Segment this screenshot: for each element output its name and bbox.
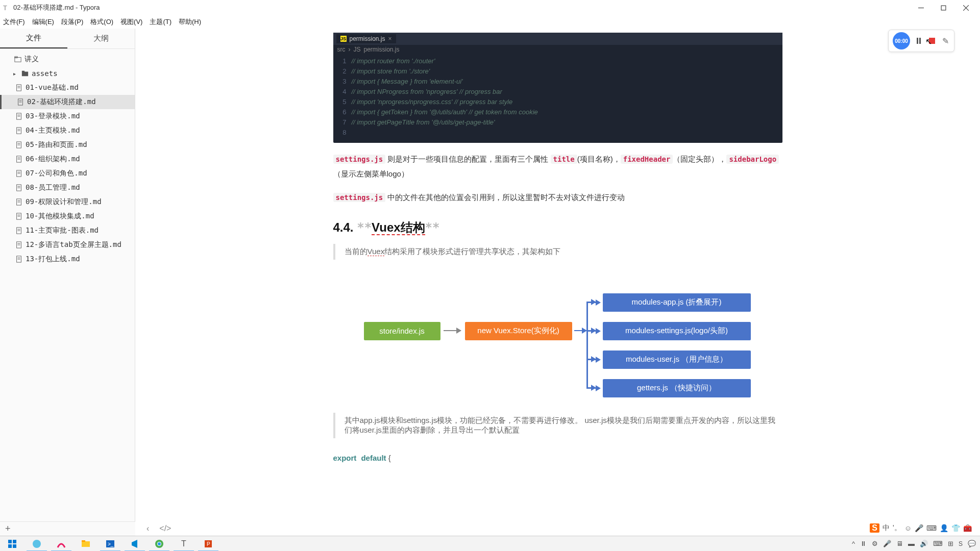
tray-icon[interactable]: ⚙ [872,540,878,547]
start-button[interactable] [0,536,24,552]
svg-rect-6 [22,72,28,77]
tree-file[interactable]: 13-打包上线.md [0,252,135,266]
tray-chevron-icon[interactable]: ^ [852,540,855,547]
connector-line [586,302,588,388]
line-gutter: 12345678 [333,56,352,138]
recorder-timer: 00:00 [893,32,910,49]
tree-file[interactable]: 11-主页审批-图表.md [0,223,135,238]
keyboard-icon[interactable]: ⌨ [926,524,937,532]
tray-mic-icon[interactable]: 🎤 [883,540,891,547]
svg-point-58 [158,542,161,545]
sidebar-footer: + [0,521,135,536]
tree-file[interactable]: 01-vue基础.md [0,81,135,95]
tray-notification-icon[interactable]: 💬 [968,540,976,547]
breadcrumb-file: permission.js [364,46,400,53]
tree-file[interactable]: 08-员工管理.md [0,181,135,195]
taskbar-app-1[interactable] [24,536,49,552]
ime-lang[interactable]: 中 [883,523,890,533]
js-icon: JS [354,46,361,53]
mic-icon[interactable]: 🎤 [915,524,923,532]
tab-files[interactable]: 文件 [0,29,67,48]
diagram-module-user: modules-user.js （用户信息） [603,350,751,369]
menu-help[interactable]: 帮助(H) [179,17,201,27]
ime-punct[interactable]: '。 [893,523,901,533]
menu-view[interactable]: 视图(V) [120,17,142,27]
menubar: 文件(F) 编辑(E) 段落(P) 格式(O) 视图(V) 主题(T) 帮助(H… [0,15,980,29]
code-editor-block: JS permission.js × src › JS permission.j… [333,33,782,143]
heading-vuex[interactable]: 4.4. **Vuex结构** [333,219,782,236]
stop-button[interactable] [927,36,937,45]
tray-icon[interactable]: ⏸ [860,540,867,547]
tree-file[interactable]: 04-主页模块.md [0,123,135,138]
tab-outline[interactable]: 大纲 [67,29,135,48]
tray-volume-icon[interactable]: 🔊 [920,540,928,547]
taskbar-explorer[interactable] [74,536,98,552]
tray-display-icon[interactable]: 🖥 [896,540,903,547]
titlebar: T 02-基础环境搭建.md - Typora [0,0,980,15]
svg-rect-1 [941,6,946,10]
svg-point-51 [33,540,41,548]
maximize-button[interactable] [932,1,954,15]
tree-folder-assets[interactable]: ▸assets [0,66,135,81]
shirt-icon[interactable]: 👕 [951,524,960,532]
new-file-button[interactable]: + [5,523,11,534]
tree-file[interactable]: 12-多语言tab页全屏主题.md [0,238,135,252]
svg-rect-7 [22,71,24,72]
taskbar-powerpoint[interactable]: P [196,536,220,552]
diagram-vuex: new Vuex.Store(实例化) [465,322,572,340]
menu-format[interactable]: 格式(O) [90,17,113,27]
menu-edit[interactable]: 编辑(E) [32,17,54,27]
taskbar-powershell[interactable]: >_ [98,536,122,552]
md-asterisks: ** [357,220,372,235]
taskbar-app-2[interactable] [49,536,74,552]
menu-file[interactable]: 文件(F) [3,17,25,27]
vuex-link: Vuex [368,247,385,256]
menu-paragraph[interactable]: 段落(P) [61,17,83,27]
code-fixedheader: fixedHeader [621,155,673,164]
arrow-icon [444,330,461,331]
arrow-icon [596,385,601,391]
taskbar-chrome[interactable] [147,536,172,552]
tray-battery-icon[interactable]: ▬ [908,540,915,547]
taskbar-vscode[interactable] [122,536,147,552]
tree-root-folder[interactable]: 讲义 [0,52,135,66]
tree-file[interactable]: 03-登录模块.md [0,109,135,123]
minimize-button[interactable] [910,1,932,15]
tree-file[interactable]: 06-组织架构.md [0,152,135,166]
sidebar: 文件 大纲 讲义▸assets01-vue基础.md02-基础环境搭建.md03… [0,29,135,536]
tree-file[interactable]: 10-其他模块集成.md [0,209,135,223]
tree-file[interactable]: 09-权限设计和管理.md [0,195,135,209]
svg-rect-47 [8,540,12,543]
ime-toolbar[interactable]: S 中 '。 ☺ 🎤 ⌨ 👤 👕 🧰 [867,522,975,534]
taskbar-typora[interactable]: T [172,536,196,552]
close-button[interactable] [954,1,977,15]
heading-text: Vuex结构 [372,220,425,235]
source-mode-button[interactable]: </> [159,524,171,533]
tree-file[interactable]: 07-公司和角色.md [0,166,135,181]
person-icon[interactable]: 👤 [940,524,948,532]
breadcrumb-src: src [337,46,346,53]
code-export: export default { [333,454,782,463]
toolbox-icon[interactable]: 🧰 [963,524,972,532]
tray-keyboard-icon[interactable]: ⌨ [933,540,943,547]
diagram-module-settings: modules-settings.js(logo/头部) [603,322,751,340]
file-tree: 讲义▸assets01-vue基础.md02-基础环境搭建.md03-登录模块.… [0,49,135,536]
diagram-getters: getters.js （快捷访问） [603,379,751,397]
tree-file[interactable]: 02-基础环境搭建.md [0,95,135,109]
code-settings-js-2: settings.js [333,193,386,202]
tray-icon[interactable]: ⊞ [948,540,953,547]
paragraph-settings-desc: settings.js 则是对于一些项目信息的配置，里面有三个属性 title(… [333,152,782,181]
pause-button[interactable] [914,36,923,45]
screen-recorder: 00:00 ✎ [888,30,954,52]
ime-face[interactable]: ☺ [904,524,912,532]
svg-rect-50 [13,544,16,548]
annotate-button[interactable]: ✎ [941,36,950,45]
app-icon: T [3,4,10,11]
menu-theme[interactable]: 主题(T) [150,17,172,27]
tree-file[interactable]: 05-路由和页面.md [0,138,135,152]
taskbar: >_ T P ^ ⏸ ⚙ 🎤 🖥 ▬ 🔊 ⌨ ⊞ S 💬 [0,536,980,551]
sogou-icon[interactable]: S [870,523,879,533]
back-button[interactable]: ‹ [146,524,149,533]
tray-sogou-icon[interactable]: S [959,540,963,547]
editor-content[interactable]: JS permission.js × src › JS permission.j… [135,29,980,536]
